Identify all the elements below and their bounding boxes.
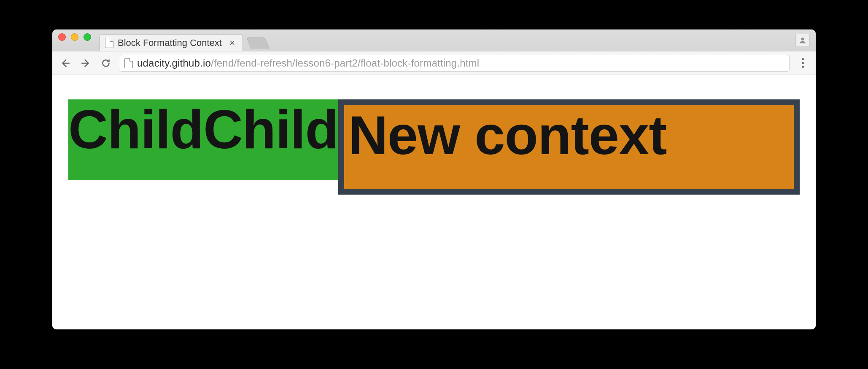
reload-icon [100,58,111,69]
page-content: ChildChild New context [68,99,800,195]
url-text: udacity.github.io/fend/fend-refresh/less… [137,57,479,69]
tab-strip: Block Formatting Context × [52,29,816,51]
child-label-1: Child [68,102,203,180]
browser-tab[interactable]: Block Formatting Context × [100,34,243,51]
window-controls [58,29,100,51]
new-context-label: New context [348,104,667,166]
float-children-container: ChildChild [68,99,338,180]
browser-menu-button[interactable] [795,56,810,70]
url-host: udacity.github.io [137,57,211,69]
fullscreen-window-button[interactable] [84,33,91,41]
user-icon [798,36,807,45]
back-button[interactable] [58,56,73,70]
close-window-button[interactable] [58,33,66,41]
address-bar[interactable]: udacity.github.io/fend/fend-refresh/less… [119,55,790,72]
arrow-left-icon [60,58,71,69]
minimize-window-button[interactable] [71,33,78,41]
new-tab-button[interactable] [246,37,270,49]
content-row: ChildChild New context [68,99,800,195]
child-label-2: Child [203,102,338,180]
browser-window: Block Formatting Context × udacity.githu… [52,29,816,329]
kebab-icon [802,57,804,69]
reload-button[interactable] [99,56,113,70]
url-path: /fend/fend-refresh/lesson6-part2/float-b… [211,57,479,69]
new-context-box: New context [338,99,800,195]
page-viewport: ChildChild New context [52,75,816,329]
page-icon [105,38,113,48]
toolbar: udacity.github.io/fend/fend-refresh/less… [52,51,816,75]
site-info-icon[interactable] [124,58,133,68]
forward-button[interactable] [78,56,93,70]
tab-title: Block Formatting Context [118,37,222,48]
profile-button[interactable] [795,34,810,46]
close-tab-button[interactable]: × [228,38,237,48]
arrow-right-icon [80,58,91,69]
